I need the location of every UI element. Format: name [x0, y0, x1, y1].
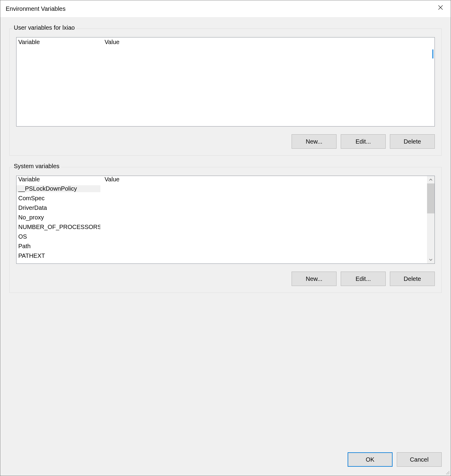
svg-point-3 — [446, 474, 447, 474]
column-header-value[interactable]: Value — [103, 176, 427, 183]
user-variables-group: User variables for lxiao Variable Value … — [9, 28, 442, 156]
user-button-row: New... Edit... Delete — [16, 134, 435, 149]
table-row[interactable]: OS — [16, 232, 427, 241]
user-group-label: User variables for lxiao — [12, 24, 76, 31]
chevron-down-icon — [429, 258, 433, 262]
close-button[interactable] — [430, 0, 451, 15]
table-row[interactable]: DriverData — [16, 203, 427, 213]
list-cursor-indicator — [432, 49, 433, 58]
cell-variable: No_proxy — [16, 214, 100, 221]
scrollbar[interactable] — [427, 176, 435, 263]
system-delete-button[interactable]: Delete — [390, 272, 435, 286]
user-new-button[interactable]: New... — [292, 134, 337, 149]
cell-variable: DriverData — [16, 204, 100, 211]
cell-variable: __PSLockDownPolicy — [16, 185, 100, 192]
dialog-content: User variables for lxiao Variable Value … — [0, 17, 451, 442]
user-edit-button[interactable]: Edit... — [341, 134, 386, 149]
system-edit-button[interactable]: Edit... — [341, 272, 386, 286]
column-header-variable[interactable]: Variable — [16, 176, 103, 183]
system-list-body: __PSLockDownPolicyComSpecDriverDataNo_pr… — [16, 184, 427, 260]
cell-variable: OS — [16, 233, 100, 240]
chevron-up-icon — [429, 178, 433, 182]
table-row[interactable]: PATHEXT — [16, 251, 427, 260]
table-row[interactable]: ComSpec — [16, 193, 427, 203]
user-delete-button[interactable]: Delete — [390, 134, 435, 149]
titlebar: Environment Variables — [0, 0, 451, 17]
table-row[interactable]: No_proxy — [16, 213, 427, 222]
svg-point-1 — [447, 472, 448, 473]
scroll-track[interactable] — [427, 183, 435, 256]
system-variables-list[interactable]: Variable Value __PSLockDownPolicyComSpec… — [16, 176, 435, 264]
cell-variable: ComSpec — [16, 195, 100, 202]
system-variables-group: System variables Variable Value __PSLock… — [9, 167, 442, 293]
scroll-up-button[interactable] — [427, 176, 435, 183]
svg-point-4 — [447, 474, 448, 474]
ok-button[interactable]: OK — [348, 452, 393, 467]
resize-grip[interactable] — [444, 469, 450, 475]
environment-variables-dialog: Environment Variables User variables for… — [0, 0, 451, 476]
svg-point-5 — [449, 474, 449, 474]
cell-variable: NUMBER_OF_PROCESSORS — [16, 224, 100, 231]
scroll-thumb[interactable] — [427, 183, 435, 213]
svg-point-0 — [449, 471, 449, 472]
table-row[interactable]: Path — [16, 241, 427, 251]
system-new-button[interactable]: New... — [292, 272, 337, 286]
cell-variable: PATHEXT — [16, 252, 100, 259]
table-row[interactable]: __PSLockDownPolicy — [16, 184, 427, 193]
cancel-button[interactable]: Cancel — [397, 452, 442, 467]
close-icon — [438, 5, 443, 10]
user-variables-list[interactable]: Variable Value — [16, 37, 435, 126]
svg-point-2 — [449, 472, 449, 473]
column-header-value[interactable]: Value — [103, 39, 435, 46]
system-group-label: System variables — [12, 163, 61, 170]
list-header: Variable Value — [16, 37, 435, 46]
resize-grip-icon — [444, 469, 450, 475]
window-title: Environment Variables — [6, 5, 66, 12]
system-button-row: New... Edit... Delete — [16, 272, 435, 286]
dialog-button-row: OK Cancel — [0, 442, 451, 476]
cell-variable: Path — [16, 243, 100, 250]
list-header: Variable Value — [16, 176, 427, 184]
column-header-variable[interactable]: Variable — [16, 39, 103, 46]
table-row[interactable]: NUMBER_OF_PROCESSORS — [16, 222, 427, 232]
scroll-down-button[interactable] — [427, 256, 435, 263]
